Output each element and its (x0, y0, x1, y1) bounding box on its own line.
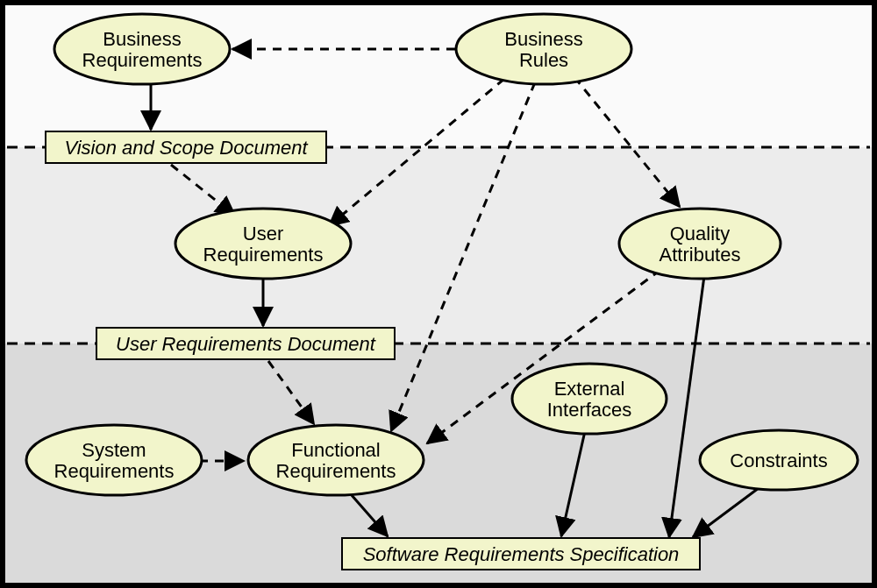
node-user-req-doc: User Requirements Document (96, 328, 395, 359)
label: Attributes (660, 244, 741, 266)
label: Interfaces (547, 399, 632, 421)
label: System (82, 439, 146, 461)
label: Quality (670, 223, 730, 244)
node-business-rules: Business Rules (456, 14, 631, 84)
requirements-diagram: Business Requirements Business Rules Vis… (0, 0, 877, 588)
label: Software Requirements Specification (363, 543, 680, 565)
node-system-requirements: System Requirements (26, 425, 202, 495)
node-vision-scope-doc: Vision and Scope Document (46, 131, 326, 163)
node-srs-doc: Software Requirements Specification (342, 538, 700, 570)
label: Requirements (203, 244, 324, 266)
label: Requirements (82, 49, 203, 71)
node-functional-requirements: Functional Requirements (248, 425, 424, 495)
node-external-interfaces: External Interfaces (512, 364, 667, 434)
label: Vision and Scope Document (64, 137, 308, 159)
label: External (554, 378, 625, 400)
label: Rules (519, 49, 568, 71)
node-constraints: Constraints (700, 430, 858, 490)
node-quality-attributes: Quality Attributes (619, 209, 781, 279)
label: Business (103, 28, 181, 50)
label: Functional (291, 439, 381, 461)
label: Requirements (54, 460, 175, 482)
label: Requirements (276, 460, 396, 482)
node-business-requirements: Business Requirements (54, 14, 230, 84)
label: User (243, 223, 283, 244)
label: User Requirements Document (116, 333, 376, 355)
label: Business (504, 28, 582, 50)
label: Constraints (730, 450, 827, 471)
node-user-requirements: User Requirements (175, 209, 351, 279)
